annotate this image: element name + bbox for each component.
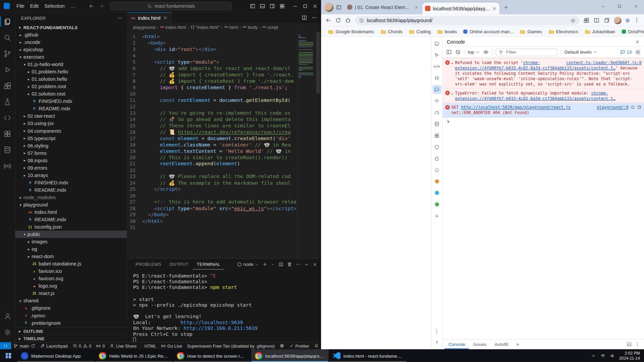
live-expression-button[interactable] (483, 49, 489, 55)
code-line[interactable]: 24 // 💰 The example in the markdown file… (127, 180, 297, 186)
maximize-panel-button[interactable] (304, 262, 309, 266)
tree-item-logo.svg[interactable]: ◆logo.svg (15, 282, 127, 290)
drawer-tab-console[interactable]: Console (444, 340, 469, 349)
explorer-more-actions-button[interactable] (117, 15, 123, 21)
tree-item-07.forms[interactable]: ▸07.forms (15, 149, 127, 157)
tree-item-.github[interactable]: ▸.github (15, 31, 127, 39)
tree-item-README.mdx[interactable]: MREADME.mdx (15, 216, 127, 223)
bookmark-coding[interactable]: Coding (406, 28, 434, 35)
code-line[interactable]: 11 const rootElement = document.getEleme… (127, 97, 297, 104)
code-line[interactable]: 10 (127, 91, 297, 97)
tab-actions-menu-button[interactable] (336, 4, 342, 10)
bookmark-octoprint[interactable]: OctoPrint (619, 28, 644, 35)
bookmark-chords[interactable]: Chords (378, 28, 406, 35)
console-message[interactable]: ×▸TypeError: Failed to fetch dynamically… (443, 88, 644, 103)
tree-item-03.using-jsx[interactable]: ▸03.using-jsx (15, 120, 127, 127)
customize-layout-button[interactable] (279, 3, 285, 9)
code-line[interactable]: 2 <body> (127, 40, 297, 46)
browser-tab[interactable]: localhost:5639/app/playground/ (422, 2, 499, 14)
menu-more[interactable]: … (67, 2, 78, 10)
expand-caret-icon[interactable]: ▸ (451, 91, 453, 97)
code-line[interactable]: 14 // 💣 So go ahead and delete this impl… (127, 116, 297, 123)
new-terminal-button[interactable] (262, 262, 267, 267)
bookmark-electronics[interactable]: Electronics (546, 28, 581, 35)
tree-item-tsconfig.json[interactable]: {}tsconfig.json (15, 223, 127, 231)
taskbar-app-index-html-react-fundamentals-[interactable]: index.html - react-fundamentals -... (329, 349, 407, 362)
menu-edit[interactable]: Edit (27, 2, 41, 10)
browser-home-button[interactable] (345, 17, 351, 23)
taskbar-app-localhost-5639-app-playground-[interactable]: localhost:5639/app/playground/ a... (251, 349, 328, 362)
toolbar-copilot[interactable] (626, 18, 630, 22)
editor-tab-index-html[interactable]: <> index.html (127, 12, 172, 23)
tree-item-favicon.svg[interactable]: ◆favicon.svg (15, 275, 127, 282)
code-line[interactable]: 30</html> (127, 218, 297, 225)
drawer-tab-autofill[interactable]: Autofill (490, 340, 512, 349)
tab-close-icon[interactable] (415, 5, 419, 9)
code-line[interactable]: 26 (127, 193, 297, 199)
code-line[interactable]: 6 // 🐨 add imports for react and react-d… (127, 65, 297, 72)
minimap[interactable] (297, 31, 315, 258)
devtools-device-toolbar[interactable] (432, 39, 441, 48)
bookmark-google-bookmarks[interactable]: Google Bookmarks (325, 28, 377, 35)
devtools-more-tools[interactable] (432, 327, 441, 336)
tree-item-01.js-hello-world[interactable]: ▾01.js-hello-world (15, 61, 127, 68)
breadcrumb-item[interactable]: playground (133, 24, 156, 29)
devtools-application-panel[interactable] (432, 131, 441, 140)
tree-item-README.mdx[interactable]: MREADME.mdx (15, 186, 127, 194)
tree-item-04.components[interactable]: ▸04.components (15, 127, 127, 135)
tree-item-index.html[interactable]: <>index.html (15, 208, 127, 216)
tree-item-.npmrc[interactable]: n.npmrc (15, 312, 127, 319)
code-line[interactable]: 7 // 💰 import { createElement } from './… (127, 72, 297, 78)
tree-item-public[interactable]: ▾public (15, 231, 127, 238)
expand-caret-icon[interactable]: ▸ (451, 61, 453, 66)
tree-item-02.problem.root[interactable]: ▸02.problem.root (15, 83, 127, 90)
status-problems[interactable]: 00 (70, 342, 94, 349)
status-live-share[interactable]: Live Share (107, 342, 139, 349)
code-line[interactable]: 18 element.className = 'container' // 🐨 … (127, 142, 297, 148)
code-line[interactable]: 8 // 💰 import { createRoot } from './rea… (127, 78, 297, 84)
tray-volume[interactable] (610, 353, 615, 358)
tree-item-10.arrays[interactable]: ▸10.arrays (15, 172, 127, 179)
code-line[interactable]: 21 rootElement.append(element) (127, 161, 297, 167)
code-line[interactable]: 20 // This is similar to createRoot().re… (127, 155, 297, 161)
split-editor-button[interactable] (302, 15, 307, 20)
code-line[interactable]: 17 const element = document.createElemen… (127, 135, 297, 142)
taskbar-app-hello-world-in-js-epic-react-b[interactable]: Hello World in JS | Epic React by K... (95, 349, 172, 362)
code-line[interactable]: 13 // You're going to re-implement this … (127, 110, 297, 116)
devtools-network-panel[interactable] (432, 97, 441, 106)
add-favorite-icon[interactable] (571, 18, 576, 23)
devtools-recorder-panel[interactable] (432, 165, 441, 174)
tree-item-.gitignore[interactable]: ◆.gitignore (15, 305, 127, 312)
tree-item-exercises[interactable]: ▾exercises (15, 53, 127, 61)
tree-item-epicshop[interactable]: ▸epicshop (15, 46, 127, 53)
console-message[interactable]: ×playground/:9GET http://localhost:5639/… (443, 103, 644, 117)
code-line[interactable]: 1<html> (127, 34, 297, 40)
browser-tab[interactable]: | 01. Create React Elements | 0 (344, 2, 421, 13)
tree-item-01.solution.hello[interactable]: ▸01.solution.hello (15, 75, 127, 83)
bookmark-juhachiban[interactable]: Juhachiban (582, 28, 618, 35)
drawer-tab-issues[interactable]: Issues (469, 340, 490, 349)
tree-item-og[interactable]: ▸og (15, 245, 127, 253)
devtools-close-button[interactable] (635, 39, 640, 44)
status-web[interactable] (277, 342, 287, 349)
code-line[interactable]: 28 <script type="module" src="epic_ws.js… (127, 205, 297, 212)
tree-item-01.problem.hello[interactable]: ▸01.problem.hello (15, 68, 127, 75)
window-close-button[interactable] (312, 3, 318, 9)
close-panel-button[interactable] (313, 262, 317, 266)
editor-scrollbar[interactable] (315, 31, 321, 258)
editor-more-actions-button[interactable] (311, 15, 317, 20)
activity-run-debug[interactable] (0, 62, 15, 78)
tree-item-09.errors[interactable]: ▸09.errors (15, 164, 127, 172)
status-launchpad[interactable]: Launchpad (38, 342, 70, 349)
panel-tab-terminal[interactable]: TERMINAL (193, 259, 224, 270)
panel-tab-problems[interactable]: PROBLEMS (131, 259, 165, 270)
browser-profile-avatar[interactable] (324, 3, 333, 12)
browser-maximize-button[interactable] (611, 0, 628, 12)
devtools-react-devtools-extension[interactable] (432, 188, 441, 197)
devtools-security-panel[interactable] (432, 142, 441, 152)
activity-search[interactable] (0, 29, 15, 46)
code-line[interactable]: 23 // 🐨 Please replace all the DOM-relat… (127, 174, 297, 180)
activity-testing[interactable] (0, 94, 15, 110)
activity-settings[interactable] (0, 324, 15, 340)
code-line[interactable]: 15 // These three lines are similar to c… (127, 123, 297, 129)
